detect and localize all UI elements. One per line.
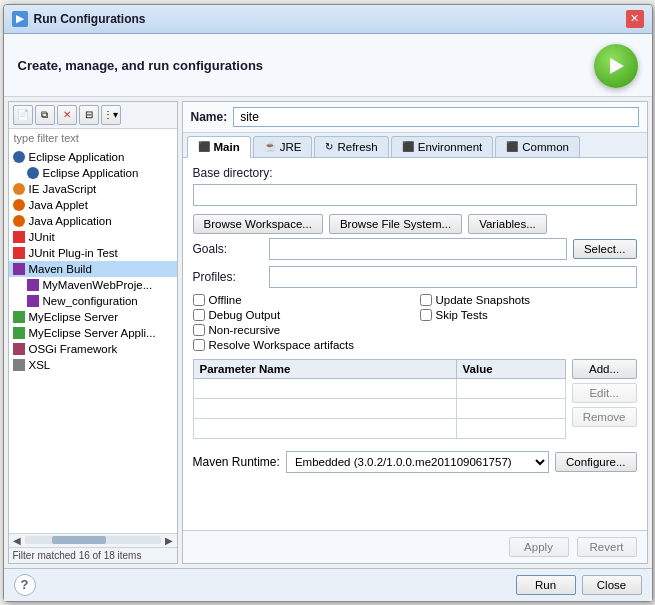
- tree-item-junit[interactable]: JUnit: [9, 229, 177, 245]
- configure-runtime-btn[interactable]: Configure...: [555, 452, 636, 472]
- params-cell-value: [456, 398, 565, 418]
- footer-close-btn[interactable]: Close: [582, 575, 642, 595]
- tree-item-label: MyEclipse Server: [29, 311, 118, 323]
- profiles-label: Profiles:: [193, 270, 263, 284]
- tab-jre[interactable]: ☕ JRE: [253, 136, 313, 157]
- tree-item-eclipse-app-child[interactable]: Eclipse Application: [9, 165, 177, 181]
- help-button[interactable]: ?: [14, 574, 36, 596]
- tree-item-maven-web[interactable]: MyMavenWebProje...: [9, 277, 177, 293]
- skip-tests-checkbox[interactable]: [420, 309, 432, 321]
- runtime-select[interactable]: Embedded (3.0.2/1.0.0.me201109061757): [286, 451, 549, 473]
- tab-common[interactable]: ⬛ Common: [495, 136, 580, 157]
- revert-btn[interactable]: Revert: [577, 537, 637, 557]
- myeclipse-server-app-icon: [13, 327, 25, 339]
- new-config-btn[interactable]: 📄: [13, 105, 33, 125]
- tree-item-xsl[interactable]: XSL: [9, 357, 177, 373]
- params-cell-value: [456, 378, 565, 398]
- tree-item-new-config[interactable]: New_configuration: [9, 293, 177, 309]
- runtime-row: Maven Runtime: Embedded (3.0.2/1.0.0.me2…: [193, 451, 637, 473]
- more-btn[interactable]: ⋮▾: [101, 105, 121, 125]
- common-tab-icon: ⬛: [506, 141, 518, 152]
- scroll-track[interactable]: [25, 536, 161, 544]
- debug-output-label: Debug Output: [209, 309, 281, 321]
- window-footer: ? Run Close: [4, 568, 652, 601]
- name-input[interactable]: [233, 107, 638, 127]
- tree-item-label: Java Application: [29, 215, 112, 227]
- offline-checkbox[interactable]: [193, 294, 205, 306]
- footer-buttons: Run Close: [516, 575, 642, 595]
- base-dir-input[interactable]: [193, 184, 637, 206]
- resolve-workspace-checkbox[interactable]: [193, 339, 205, 351]
- main-content: 📄 ⧉ ✕ ⊟ ⋮▾ Eclipse Application Eclipse A…: [4, 97, 652, 568]
- run-icon: [594, 44, 638, 88]
- tree-item-java-application[interactable]: Java Application: [9, 213, 177, 229]
- left-scrollbar[interactable]: ◀ ▶: [9, 533, 177, 547]
- tree-item-java-applet[interactable]: Java Applet: [9, 197, 177, 213]
- close-button[interactable]: ✕: [626, 10, 644, 28]
- eclipse-app-icon: [13, 151, 25, 163]
- tab-environment[interactable]: ⬛ Environment: [391, 136, 494, 157]
- tab-common-label: Common: [522, 141, 569, 153]
- tree-item-label: Maven Build: [29, 263, 92, 275]
- params-col-value: Value: [456, 359, 565, 378]
- tree-item-label: OSGi Framework: [29, 343, 118, 355]
- tab-refresh-label: Refresh: [337, 141, 377, 153]
- header-area: Create, manage, and run configurations: [4, 34, 652, 97]
- params-col-name: Parameter Name: [193, 359, 456, 378]
- tree-item-label: New_configuration: [43, 295, 138, 307]
- env-tab-icon: ⬛: [402, 141, 414, 152]
- add-param-btn[interactable]: Add...: [572, 359, 637, 379]
- tree-item-label: Eclipse Application: [43, 167, 139, 179]
- tab-refresh[interactable]: ↻ Refresh: [314, 136, 388, 157]
- tree-item-osgi[interactable]: OSGi Framework: [9, 341, 177, 357]
- tree-item-label: JUnit: [29, 231, 55, 243]
- tree-item-maven-build[interactable]: Maven Build: [9, 261, 177, 277]
- tab-main[interactable]: ⬛ Main: [187, 136, 251, 158]
- update-snapshots-check: Update Snapshots: [420, 294, 637, 306]
- apply-btn[interactable]: Apply: [509, 537, 569, 557]
- non-recursive-checkbox[interactable]: [193, 324, 205, 336]
- goals-input[interactable]: [269, 238, 567, 260]
- filter-input[interactable]: [9, 129, 177, 147]
- tree-item-junit-plugin[interactable]: JUnit Plug-in Test: [9, 245, 177, 261]
- eclipse-app-child-icon: [27, 167, 39, 179]
- scroll-right-icon[interactable]: ▶: [165, 535, 173, 546]
- edit-param-btn[interactable]: Edit...: [572, 383, 637, 403]
- java-applet-icon: [13, 199, 25, 211]
- tree-item-myeclipse-server-app[interactable]: MyEclipse Server Appli...: [9, 325, 177, 341]
- name-label: Name:: [191, 110, 228, 124]
- duplicate-btn[interactable]: ⧉: [35, 105, 55, 125]
- base-dir-label: Base directory:: [193, 166, 637, 180]
- remove-param-btn[interactable]: Remove: [572, 407, 637, 427]
- browse-filesystem-btn[interactable]: Browse File System...: [329, 214, 462, 234]
- tree-item-ie-javascript[interactable]: IE JavaScript: [9, 181, 177, 197]
- update-snapshots-checkbox[interactable]: [420, 294, 432, 306]
- scroll-left-icon[interactable]: ◀: [13, 535, 21, 546]
- params-cell-name: [193, 398, 456, 418]
- osgi-icon: [13, 343, 25, 355]
- tree-item-eclipse-app[interactable]: Eclipse Application: [9, 149, 177, 165]
- filter-btn[interactable]: ⊟: [79, 105, 99, 125]
- scroll-thumb: [52, 536, 106, 544]
- maven-build-icon: [13, 263, 25, 275]
- select-btn[interactable]: Select...: [573, 239, 637, 259]
- params-cell-value: [456, 418, 565, 438]
- variables-btn[interactable]: Variables...: [468, 214, 547, 234]
- tree-item-myeclipse-server[interactable]: MyEclipse Server: [9, 309, 177, 325]
- tree-item-label: Java Applet: [29, 199, 88, 211]
- params-row-empty3: [193, 418, 565, 438]
- debug-output-checkbox[interactable]: [193, 309, 205, 321]
- junit-icon: [13, 231, 25, 243]
- run-btn[interactable]: Run: [516, 575, 576, 595]
- bottom-actions: Apply Revert: [183, 530, 647, 563]
- tree-item-label: MyMavenWebProje...: [43, 279, 153, 291]
- offline-check: Offline: [193, 294, 410, 306]
- params-row-empty1: [193, 378, 565, 398]
- profiles-section: Profiles:: [193, 266, 637, 288]
- params-table-wrap: Parameter Name Value: [193, 359, 566, 443]
- skip-tests-check: Skip Tests: [420, 309, 637, 321]
- browse-workspace-btn[interactable]: Browse Workspace...: [193, 214, 323, 234]
- profiles-input[interactable]: [269, 266, 637, 288]
- delete-btn[interactable]: ✕: [57, 105, 77, 125]
- params-table: Parameter Name Value: [193, 359, 566, 439]
